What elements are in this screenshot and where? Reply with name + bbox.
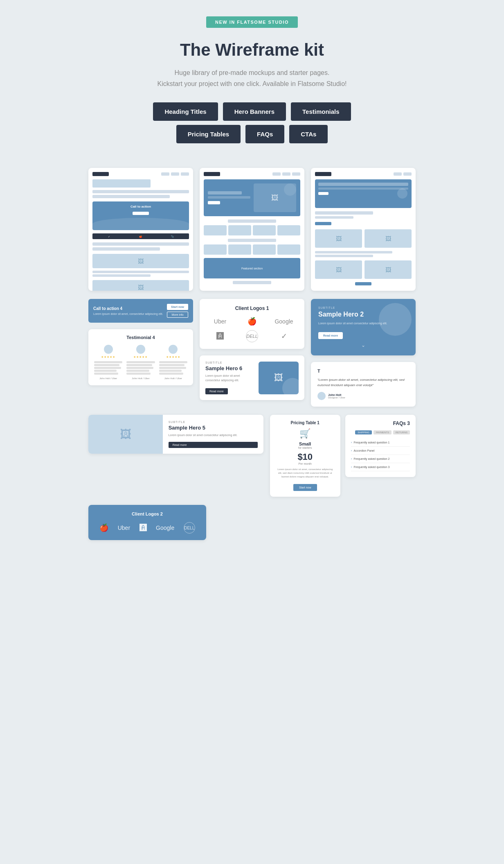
faqs3-card: FAQs 3 SHIPPING PAYMENTS RETURNS › Frequ… bbox=[345, 415, 416, 477]
cta4-title: Call to action 4 bbox=[93, 306, 163, 311]
cta4-btn2[interactable]: More info bbox=[167, 312, 188, 318]
faqs-tab-payments[interactable]: PAYMENTS bbox=[374, 430, 392, 434]
ctas-button[interactable]: CTAs bbox=[289, 125, 328, 143]
button-row-2: Pricing Tables FAQs CTAs bbox=[92, 125, 412, 143]
cta4-card: Call to action 4 Lorem ipsum dolor sit a… bbox=[88, 299, 193, 323]
logos2-title: Client Logos 2 bbox=[95, 511, 200, 516]
testimonial-item-3: ★★★★★ John Holt / Uber bbox=[159, 345, 187, 380]
faq-item-4: › Frequently asked question 3 bbox=[351, 463, 410, 471]
client-logos1-card: Client Logos 1 Uber 🍎 Google 🅰 DELL ✓ bbox=[200, 299, 304, 349]
faq-item-1: › Frequently asked question 1 bbox=[351, 439, 410, 447]
hero-banners-button[interactable]: Hero Banners bbox=[223, 102, 286, 121]
bottom-row: Client Logos 2 🍎 Uber 🅰 Google DELL bbox=[88, 505, 416, 540]
testimonial-quote-card: T "Lorem ipsum dolor sit amet, consectet… bbox=[311, 362, 416, 407]
avatar-1 bbox=[104, 345, 113, 354]
pricing1-price: $10 bbox=[276, 452, 335, 462]
pricing1-label: Pricing Table 1 bbox=[276, 421, 335, 425]
logos2-uber: Uber bbox=[118, 525, 130, 531]
header-section: NEW IN FLATSOME STUDIO The Wireframe kit… bbox=[84, 0, 420, 160]
pricing1-cta[interactable]: Start now bbox=[293, 484, 317, 491]
pricing-icon: 🛒 bbox=[276, 428, 335, 439]
tq-title: T bbox=[317, 369, 409, 373]
logo-apple: 🍎 bbox=[248, 317, 256, 326]
subtitle: Huge library of pre-made mockups and sta… bbox=[92, 67, 412, 89]
faq-text-4: Frequently asked question 3 bbox=[354, 466, 390, 468]
cta4-desc: Lorem ipsum dolor sit amet, consectetur … bbox=[93, 312, 163, 315]
hero6-card: SUBTITLE Sample Hero 6 Lorem ipsum dolor… bbox=[200, 355, 304, 400]
test-author-1: John Holt / Uber bbox=[99, 377, 117, 380]
logos2-dell: DELL bbox=[184, 522, 195, 534]
tq-quote: "Lorem ipsum dolor sit amet, consectetur… bbox=[317, 378, 409, 388]
hero5-image: 🖼 bbox=[88, 415, 163, 454]
chevron-down-icon: ⌄ bbox=[318, 342, 408, 348]
top-preview-row: Call to action ✓ 🍎 📎 🖼 🖼 bbox=[88, 168, 416, 291]
hero6-subtitle: SUBTITLE bbox=[205, 361, 254, 364]
hero6-desc: Lorem ipsum dolor sit amet consectetur a… bbox=[205, 374, 254, 382]
logos1-title: Client Logos 1 bbox=[206, 305, 298, 311]
chevron-icon-3: › bbox=[351, 457, 352, 461]
faq-text-3: Frequently asked question 2 bbox=[354, 457, 390, 460]
test-author-2: John Holt / Uber bbox=[132, 377, 149, 380]
tq-author-name: John Holt bbox=[328, 394, 345, 396]
faqs3-title: FAQs 3 bbox=[351, 421, 410, 426]
chevron-icon-4: › bbox=[351, 465, 352, 469]
hero5-desc: Lorem ipsum dolor sit amet consectetur a… bbox=[169, 433, 258, 438]
hero6-title: Sample Hero 6 bbox=[205, 365, 254, 371]
test-author-3: John Holt / Uber bbox=[164, 377, 182, 380]
hero5-btn[interactable]: Read more bbox=[169, 442, 258, 448]
testimonial4-title: Testimonial 4 bbox=[94, 335, 187, 340]
faqs-tab-shipping[interactable]: SHIPPING bbox=[355, 430, 372, 434]
chevron-icon-2: › bbox=[351, 449, 352, 452]
logo-google: Google bbox=[274, 318, 293, 325]
hero2-btn[interactable]: Read more bbox=[318, 332, 343, 339]
tq-avatar bbox=[317, 392, 326, 400]
preview-card-3[interactable]: 🖼 🖼 🖼 🖼 bbox=[311, 168, 416, 291]
avatar-3 bbox=[169, 345, 178, 354]
row-cta-testimonial: Call to action 4 Lorem ipsum dolor sit a… bbox=[88, 299, 416, 407]
logo-adobe: 🅰 bbox=[216, 332, 224, 341]
testimonials-button[interactable]: Testimonials bbox=[291, 102, 351, 121]
hero2-blob bbox=[379, 303, 412, 336]
hero6-image: 🖼 bbox=[259, 362, 299, 394]
cta4-btn1[interactable]: Start now bbox=[167, 304, 188, 310]
pricing-tables-button[interactable]: Pricing Tables bbox=[176, 125, 241, 143]
logo-uber: Uber bbox=[214, 318, 226, 325]
faqs-button[interactable]: FAQs bbox=[245, 125, 284, 143]
pricing1-for: for starters bbox=[276, 446, 335, 449]
faq-text-2: Accordion Panel bbox=[354, 449, 375, 452]
logos2-adobe: 🅰 bbox=[140, 524, 147, 532]
testimonial-item-2: ★★★★★ John Holt / Uber bbox=[126, 345, 155, 380]
hero5-title: Sample Hero 5 bbox=[169, 425, 258, 431]
logos2-google: Google bbox=[156, 525, 174, 531]
cards-section: Call to action ✓ 🍎 📎 🖼 🖼 bbox=[84, 160, 420, 556]
avatar-2 bbox=[136, 345, 145, 354]
heading-titles-button[interactable]: Heading Titles bbox=[153, 102, 218, 121]
faq-text-1: Frequently asked question 1 bbox=[354, 441, 390, 444]
logos2-apple: 🍎 bbox=[99, 523, 108, 532]
pricing1-period: Per month bbox=[276, 462, 335, 465]
logo-dell: DELL bbox=[246, 330, 258, 342]
hero5-card: 🖼 SUBTITLE Sample Hero 5 Lorem ipsum dol… bbox=[88, 415, 263, 454]
preview-card-1[interactable]: Call to action ✓ 🍎 📎 🖼 🖼 bbox=[88, 168, 193, 291]
faqs3-tabs: SHIPPING PAYMENTS RETURNS bbox=[351, 430, 410, 434]
logo-nike: ✓ bbox=[281, 332, 287, 341]
pricing1-card: Pricing Table 1 🛒 Small for starters $10… bbox=[270, 415, 340, 497]
tq-author-role: Designer / Uber bbox=[328, 396, 345, 399]
testimonial-item-1: ★★★★★ John Holt / Uber bbox=[94, 345, 122, 380]
pricing1-desc: Lorem ipsum dolor sit amet, consectetur … bbox=[276, 468, 335, 479]
badge: NEW IN FLATSOME STUDIO bbox=[206, 16, 298, 28]
pricing1-plan: Small bbox=[276, 441, 335, 446]
faq-item-3: › Frequently asked question 2 bbox=[351, 455, 410, 463]
button-row-1: Heading Titles Hero Banners Testimonials bbox=[92, 102, 412, 121]
chevron-icon-1: › bbox=[351, 441, 352, 444]
hero2-card: SUBTITLE Sample Hero 2 Lorem ipsum dolor… bbox=[311, 299, 416, 355]
testimonial4-card: Testimonial 4 ★★★★★ John Holt / Uber bbox=[88, 329, 193, 385]
main-title: The Wireframe kit bbox=[92, 40, 412, 60]
client-logos2-card: Client Logos 2 🍎 Uber 🅰 Google DELL bbox=[88, 505, 206, 540]
row-hero5-pricing: 🖼 SUBTITLE Sample Hero 5 Lorem ipsum dol… bbox=[88, 415, 416, 497]
hero6-btn[interactable]: Read more bbox=[205, 388, 228, 394]
preview-card-2[interactable]: 🖼 Featu bbox=[200, 168, 304, 291]
faq-item-2: › Accordion Panel bbox=[351, 447, 410, 455]
faqs-tab-returns[interactable]: RETURNS bbox=[393, 430, 410, 434]
hero5-subtitle: SUBTITLE bbox=[169, 421, 258, 423]
